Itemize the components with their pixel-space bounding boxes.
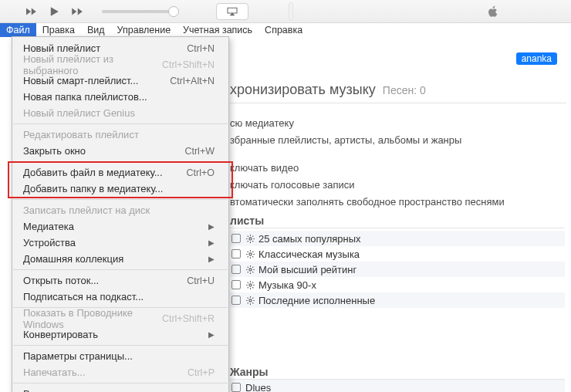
genres-heading: Жанры — [230, 366, 269, 378]
genre-row[interactable]: Dlues — [230, 380, 565, 392]
chevron-right-icon: ▶ — [208, 238, 215, 247]
menu-shortcut: Ctrl+Alt+N — [170, 76, 215, 86]
option-include-voice[interactable]: ключать голосовые записи — [230, 176, 566, 193]
divider — [230, 228, 565, 228]
menu-file[interactable]: Файл — [0, 23, 36, 37]
playlist-row[interactable]: Последние исполненные — [230, 292, 565, 308]
play-button[interactable] — [45, 3, 63, 20]
airplay-button[interactable] — [216, 3, 248, 20]
menu-edit[interactable]: Правка — [36, 23, 81, 37]
menu-item[interactable]: Открыть поток...Ctrl+U — [12, 272, 228, 289]
playlist-list: 25 самых популярных Классическая музыка … — [230, 231, 565, 323]
menu-item: Напечатать...Ctrl+P — [12, 364, 228, 380]
menu-shortcut: Ctrl+W — [184, 146, 215, 157]
menu-item-label: Записать плейлист на диск — [23, 204, 150, 216]
menu-item[interactable]: Подписаться на подкаст... — [12, 289, 228, 305]
svg-point-0 — [249, 237, 252, 239]
option-autofill[interactable]: втоматически заполнять свободное простра… — [230, 193, 566, 210]
menu-item[interactable]: Новая папка плейлистов... — [12, 89, 228, 105]
menu-item-label: Закрыть окно — [23, 145, 86, 157]
menu-item-label: Новый смарт-плейлист... — [23, 75, 138, 86]
menu-separator — [13, 123, 228, 124]
checkbox-icon[interactable] — [231, 296, 241, 305]
gear-icon — [245, 234, 255, 244]
genres-list: Dlues — [230, 380, 565, 392]
playlist-row[interactable]: Мой высший рейтинг — [230, 262, 565, 277]
volume-thumb[interactable] — [168, 6, 179, 17]
song-count: Песен: 0 — [383, 84, 426, 96]
menu-item-label: Медиатека — [23, 221, 74, 232]
skip-forward-icon — [70, 5, 84, 19]
sync-title-text: хронизировать музыку — [230, 82, 376, 97]
checkbox-icon[interactable] — [231, 265, 241, 274]
volume-slider[interactable] — [102, 10, 173, 13]
menu-item: Новый плейлист Genius — [12, 105, 228, 121]
option-whole-library[interactable]: сю медиатеку — [230, 114, 566, 131]
menu-item[interactable]: Новый смарт-плейлист...Ctrl+Alt+N — [12, 73, 228, 89]
titlebar — [0, 0, 571, 23]
next-button[interactable] — [68, 3, 86, 20]
file-menu-dropdown[interactable]: Новый плейлистCtrl+NНовый плейлист из вы… — [12, 36, 229, 392]
menu-shortcut: Ctrl+P — [188, 367, 215, 378]
gear-icon — [245, 265, 255, 275]
sync-title: хронизировать музыку Песен: 0 — [230, 82, 426, 98]
skip-back-icon — [24, 5, 38, 19]
menu-help[interactable]: Справка — [258, 23, 309, 37]
menu-item[interactable]: Добавить файл в медиатеку...Ctrl+O — [12, 164, 228, 181]
prev-button[interactable] — [22, 3, 40, 20]
divider-pill — [289, 2, 293, 21]
chevron-right-icon: ▶ — [208, 330, 215, 339]
playlist-row — [230, 308, 565, 323]
menu-shortcut: Ctrl+O — [187, 167, 215, 178]
menu-shortcut: Ctrl+Shift+R — [162, 313, 215, 324]
checkbox-icon[interactable] — [231, 280, 241, 289]
menu-item: Показать в Проводнике WindowsCtrl+Shift+… — [12, 310, 228, 326]
menu-item-label: Выход — [23, 388, 53, 392]
menu-item[interactable]: Устройства▶ — [12, 235, 228, 251]
airplay-icon — [226, 7, 238, 16]
menu-item[interactable]: Добавить папку в медиатеку... — [12, 181, 228, 197]
menu-item-label: Новая папка плейлистов... — [23, 91, 147, 103]
menu-separator — [13, 345, 228, 346]
option-selected[interactable]: збранные плейлисты, артисты, альбомы и ж… — [230, 131, 566, 148]
content-area: ananka хронизировать музыку Песен: 0 сю … — [0, 37, 571, 392]
device-badge[interactable]: ananka — [516, 52, 557, 65]
checkbox-icon[interactable] — [231, 249, 241, 259]
menu-shortcut: Ctrl+Shift+N — [162, 59, 215, 70]
menu-item[interactable]: Закрыть окноCtrl+W — [12, 143, 228, 159]
menu-item-label: Редактировать плейлист — [23, 129, 139, 140]
svg-point-3 — [249, 283, 252, 286]
menu-item-label: Конвертировать — [23, 329, 98, 340]
menu-item-label: Добавить папку в медиатеку... — [23, 183, 163, 194]
apple-logo-icon — [486, 5, 500, 19]
play-icon — [46, 4, 62, 19]
playlist-row[interactable]: Музыка 90-х — [230, 277, 565, 292]
checkbox-icon[interactable] — [231, 234, 241, 243]
menu-item-label: Домашняя коллекция — [23, 253, 123, 265]
menu-account[interactable]: Учетная запись — [177, 23, 258, 37]
menu-separator — [13, 269, 228, 270]
menu-item-label: Добавить файл в медиатеку... — [23, 167, 163, 178]
playlist-row[interactable]: 25 самых популярных — [230, 231, 565, 246]
menu-item[interactable]: Параметры страницы... — [12, 348, 228, 364]
chevron-right-icon: ▶ — [208, 222, 215, 231]
divider — [230, 103, 566, 103]
gear-icon — [245, 249, 255, 259]
menu-item[interactable]: Выход — [12, 386, 228, 392]
menu-item[interactable]: Домашняя коллекция▶ — [12, 251, 228, 267]
menu-item-label: Напечатать... — [23, 367, 86, 378]
menubar: Файл Правка Вид Управление Учетная запис… — [0, 23, 571, 37]
option-include-video[interactable]: ключать видео — [230, 159, 566, 176]
menu-item[interactable]: Медиатека▶ — [12, 218, 228, 235]
menu-item: Редактировать плейлист — [12, 127, 228, 143]
menu-view[interactable]: Вид — [81, 23, 111, 37]
menu-controls[interactable]: Управление — [111, 23, 177, 37]
menu-item-label: Новый плейлист из выбранного — [23, 53, 162, 76]
svg-point-4 — [249, 299, 252, 301]
checkbox-icon[interactable] — [231, 383, 241, 392]
playlist-row[interactable]: Классическая музыка — [230, 246, 565, 262]
svg-point-1 — [249, 252, 252, 255]
menu-shortcut: Ctrl+N — [187, 43, 215, 54]
gear-icon — [245, 296, 255, 306]
menu-item-label: Новый плейлист Genius — [23, 107, 135, 119]
